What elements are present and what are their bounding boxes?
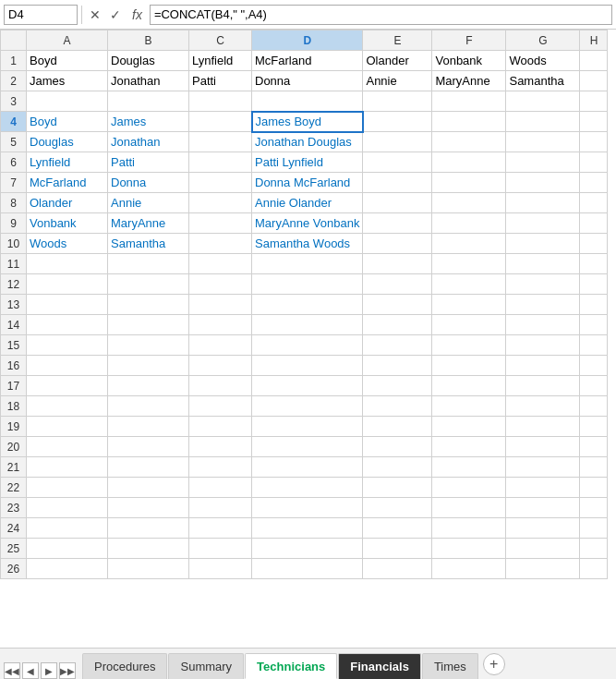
cell-h17[interactable] xyxy=(580,376,608,396)
cell-h16[interactable] xyxy=(580,356,608,376)
cancel-icon[interactable]: ✕ xyxy=(86,6,104,24)
cell-b15[interactable] xyxy=(108,335,189,356)
cell-d3[interactable] xyxy=(252,91,363,112)
cell-e22[interactable] xyxy=(363,478,432,498)
cell-c9[interactable] xyxy=(189,213,252,234)
cell-h20[interactable] xyxy=(580,437,608,457)
cell-b24[interactable] xyxy=(108,518,189,539)
col-header-a[interactable]: A xyxy=(27,30,108,51)
cell-d22[interactable] xyxy=(252,478,363,498)
cell-a13[interactable] xyxy=(27,295,108,315)
cell-g3[interactable] xyxy=(506,91,580,112)
cell-h26[interactable] xyxy=(580,559,608,579)
cell-b4[interactable]: James xyxy=(108,112,189,132)
cell-h11[interactable] xyxy=(580,254,608,274)
cell-g25[interactable] xyxy=(506,539,580,559)
cell-d21[interactable] xyxy=(252,457,363,478)
cell-a9[interactable]: Vonbank xyxy=(27,213,108,234)
cell-g13[interactable] xyxy=(506,295,580,315)
cell-g21[interactable] xyxy=(506,457,580,478)
cell-h5[interactable] xyxy=(580,132,608,152)
cell-h7[interactable] xyxy=(580,173,608,193)
cell-d1[interactable]: McFarland xyxy=(252,51,363,71)
cell-g20[interactable] xyxy=(506,437,580,457)
cell-e23[interactable] xyxy=(363,498,432,518)
cell-f18[interactable] xyxy=(432,396,506,417)
cell-b1[interactable]: Douglas xyxy=(108,51,189,71)
spreadsheet-area[interactable]: A B C D E F G H 1BoydDouglasLynfieldMcFa… xyxy=(0,30,616,648)
cell-e12[interactable] xyxy=(363,274,432,295)
cell-f26[interactable] xyxy=(432,559,506,579)
cell-a22[interactable] xyxy=(27,478,108,498)
cell-f23[interactable] xyxy=(432,498,506,518)
cell-d6[interactable]: Patti Lynfield xyxy=(252,152,363,173)
cell-a20[interactable] xyxy=(27,437,108,457)
cell-d13[interactable] xyxy=(252,295,363,315)
cell-c25[interactable] xyxy=(189,539,252,559)
tab-next-btn[interactable]: ▶ xyxy=(41,662,57,679)
cell-b20[interactable] xyxy=(108,437,189,457)
tab-last-btn[interactable]: ▶▶ xyxy=(59,662,76,679)
cell-f25[interactable] xyxy=(432,539,506,559)
cell-f9[interactable] xyxy=(432,213,506,234)
cell-a17[interactable] xyxy=(27,376,108,396)
cell-b3[interactable] xyxy=(108,91,189,112)
tab-technicians[interactable]: Technicians xyxy=(245,653,337,679)
cell-d5[interactable]: Jonathan Douglas xyxy=(252,132,363,152)
cell-f2[interactable]: MaryAnne xyxy=(432,71,506,91)
cell-f17[interactable] xyxy=(432,376,506,396)
cell-b7[interactable]: Donna xyxy=(108,173,189,193)
cell-h6[interactable] xyxy=(580,152,608,173)
cell-e16[interactable] xyxy=(363,356,432,376)
cell-c23[interactable] xyxy=(189,498,252,518)
cell-f4[interactable] xyxy=(432,112,506,132)
tab-prev-btn[interactable]: ◀ xyxy=(22,662,39,679)
cell-d12[interactable] xyxy=(252,274,363,295)
cell-f10[interactable] xyxy=(432,234,506,254)
cell-d2[interactable]: Donna xyxy=(252,71,363,91)
cell-b19[interactable] xyxy=(108,417,189,437)
tab-procedures[interactable]: Procedures xyxy=(82,653,167,679)
cell-d10[interactable]: Samantha Woods xyxy=(252,234,363,254)
cell-e9[interactable] xyxy=(363,213,432,234)
cell-d17[interactable] xyxy=(252,376,363,396)
cell-a4[interactable]: Boyd xyxy=(27,112,108,132)
cell-h12[interactable] xyxy=(580,274,608,295)
cell-b12[interactable] xyxy=(108,274,189,295)
cell-h25[interactable] xyxy=(580,539,608,559)
tab-times[interactable]: Times xyxy=(422,653,478,679)
cell-h21[interactable] xyxy=(580,457,608,478)
cell-e20[interactable] xyxy=(363,437,432,457)
cell-g8[interactable] xyxy=(506,193,580,213)
cell-f11[interactable] xyxy=(432,254,506,274)
cell-d16[interactable] xyxy=(252,356,363,376)
cell-c2[interactable]: Patti xyxy=(189,71,252,91)
cell-b5[interactable]: Jonathan xyxy=(108,132,189,152)
cell-h14[interactable] xyxy=(580,315,608,335)
cell-e3[interactable] xyxy=(363,91,432,112)
cell-f5[interactable] xyxy=(432,132,506,152)
cell-e1[interactable]: Olander xyxy=(363,51,432,71)
cell-b18[interactable] xyxy=(108,396,189,417)
col-header-b[interactable]: B xyxy=(108,30,189,51)
cell-a8[interactable]: Olander xyxy=(27,193,108,213)
cell-d14[interactable] xyxy=(252,315,363,335)
cell-b10[interactable]: Samantha xyxy=(108,234,189,254)
cell-e21[interactable] xyxy=(363,457,432,478)
cell-b11[interactable] xyxy=(108,254,189,274)
cell-a2[interactable]: James xyxy=(27,71,108,91)
cell-e14[interactable] xyxy=(363,315,432,335)
cell-f16[interactable] xyxy=(432,356,506,376)
cell-h13[interactable] xyxy=(580,295,608,315)
col-header-d[interactable]: D xyxy=(252,30,363,51)
cell-c12[interactable] xyxy=(189,274,252,295)
col-header-h[interactable]: H xyxy=(580,30,608,51)
cell-f1[interactable]: Vonbank xyxy=(432,51,506,71)
cell-b21[interactable] xyxy=(108,457,189,478)
cell-f21[interactable] xyxy=(432,457,506,478)
cell-g9[interactable] xyxy=(506,213,580,234)
cell-g19[interactable] xyxy=(506,417,580,437)
cell-d23[interactable] xyxy=(252,498,363,518)
cell-f3[interactable] xyxy=(432,91,506,112)
cell-e10[interactable] xyxy=(363,234,432,254)
